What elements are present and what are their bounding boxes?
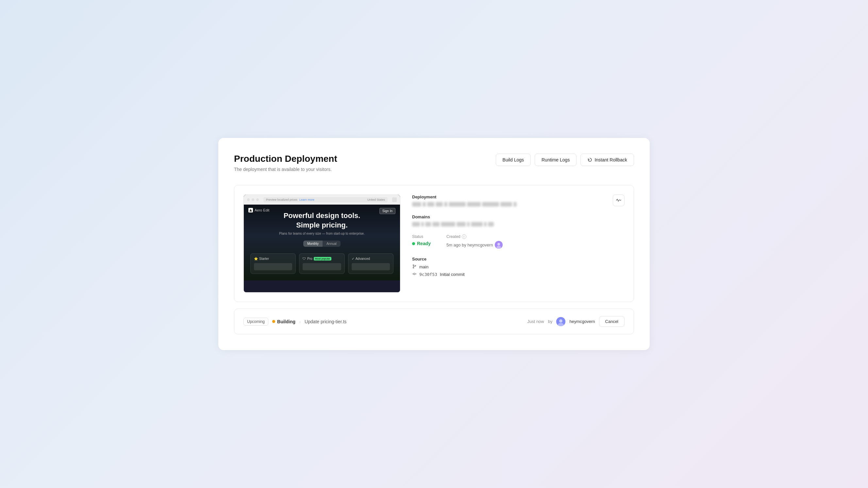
status-label: Status [412, 234, 431, 239]
plan-advanced-name: ✓ Advanced [352, 257, 390, 261]
upcoming-badge: Upcoming [244, 318, 268, 326]
domains-section: Domains [412, 214, 624, 226]
separator: · [299, 319, 301, 324]
deployment-card: Preview localized prices Learn more Unit… [234, 185, 634, 302]
deployment-id [412, 202, 624, 207]
page-subtitle: The deployment that is available to your… [234, 167, 337, 172]
runtime-logs-button[interactable]: Runtime Logs [535, 154, 577, 166]
browser-close [392, 197, 397, 202]
plan-pro-btn [303, 263, 341, 270]
plan-starter-name: ⭐ Starter [254, 257, 292, 261]
plan-starter-btn [254, 263, 292, 270]
preview-plans: ⭐ Starter 🛡 Pro Most popular ✓ Adva [250, 253, 394, 274]
svg-point-11 [559, 319, 562, 323]
logo-icon [248, 208, 253, 212]
commit-icon [412, 272, 417, 277]
status-row: Status Ready Created i 5m ago by heymcgo… [412, 234, 624, 249]
time-text: Just now [527, 319, 544, 324]
created-column: Created i 5m ago by heymcgovern [446, 234, 503, 249]
commit-hash: 9c30f53 [419, 272, 437, 277]
preview-toggle: Monthly Annual [303, 241, 341, 247]
by-text: by [548, 319, 553, 324]
building-dot [272, 320, 275, 323]
domains-label: Domains [412, 214, 624, 219]
activity-button[interactable] [613, 194, 624, 206]
upcoming-left: Upcoming Building · Update pricing-tier.… [244, 318, 346, 326]
deployment-info: Deployment Domains [412, 194, 624, 293]
commit-message: Initial commit [440, 272, 465, 277]
branch-icon [412, 264, 417, 270]
upcoming-right: Just now by heymcgovern Cancel [527, 316, 624, 327]
upcoming-card: Upcoming Building · Update pricing-tier.… [234, 309, 634, 334]
preview-url-text: Preview localized prices [266, 198, 298, 201]
created-info-icon[interactable]: i [462, 234, 466, 239]
logo-text: Aero Edit [255, 208, 269, 212]
browser-dot-2 [252, 199, 254, 201]
svg-point-2 [497, 243, 500, 245]
plan-pro-name: 🛡 Pro Most popular [303, 257, 341, 261]
deployment-label: Deployment [412, 194, 624, 200]
creator-avatar [495, 241, 503, 249]
status-value: Ready [417, 241, 431, 246]
learn-more-link[interactable]: Learn more [299, 198, 314, 201]
browser-bar: Preview localized prices Learn more Unit… [244, 195, 400, 205]
plan-pro: 🛡 Pro Most popular [299, 253, 344, 274]
cancel-button[interactable]: Cancel [599, 316, 624, 327]
source-section: Source main [412, 256, 624, 277]
svg-point-7 [414, 273, 415, 275]
preview-content: Aero Edit Sign In Powerful design tools.… [244, 205, 400, 280]
building-label: Building [272, 319, 296, 324]
build-logs-button[interactable]: Build Logs [496, 154, 531, 166]
created-value: 5m ago by heymcgovern [446, 241, 503, 249]
preview-signin: Sign In [379, 208, 396, 214]
toggle-monthly: Monthly [303, 241, 322, 247]
browser-dot-3 [256, 199, 259, 201]
plan-advanced-btn [352, 263, 390, 270]
deployment-section: Deployment [412, 194, 624, 207]
source-commit: 9c30f53 Initial commit [412, 272, 624, 277]
preview-logo: Aero Edit [248, 208, 269, 212]
plan-advanced: ✓ Advanced [348, 253, 394, 274]
popular-badge: Most popular [314, 257, 331, 261]
source-branch: main [412, 264, 624, 270]
preview-subtext: Plans for teams of every size — from sta… [279, 232, 365, 235]
header-actions: Build Logs Runtime Logs Instant Rollback [496, 154, 634, 166]
upcoming-commit-message: Update pricing-tier.ts [305, 319, 346, 324]
rollback-icon [587, 157, 592, 162]
domains-value [412, 222, 624, 226]
branch-name: main [419, 265, 429, 269]
source-label: Source [412, 256, 624, 262]
instant-rollback-button[interactable]: Instant Rollback [581, 154, 634, 166]
page-title: Production Deployment [234, 154, 337, 164]
toggle-annual: Annual [322, 241, 341, 247]
svg-marker-0 [249, 209, 252, 211]
browser-url: Preview localized prices Learn more Unit… [264, 197, 388, 202]
upcoming-avatar [556, 317, 565, 326]
region-text: United States [367, 198, 385, 201]
rollback-label: Instant Rollback [594, 157, 627, 162]
status-dot [412, 242, 415, 245]
preview-image: Preview localized prices Learn more Unit… [244, 194, 400, 293]
plan-starter: ⭐ Starter [250, 253, 296, 274]
created-label: Created i [446, 234, 503, 239]
status-column: Status Ready [412, 234, 431, 246]
upcoming-username: heymcgovern [569, 319, 595, 324]
status-ready: Ready [412, 241, 431, 246]
browser-dot-1 [247, 199, 250, 201]
preview-headline: Powerful design tools. Simple pricing. [284, 211, 361, 230]
